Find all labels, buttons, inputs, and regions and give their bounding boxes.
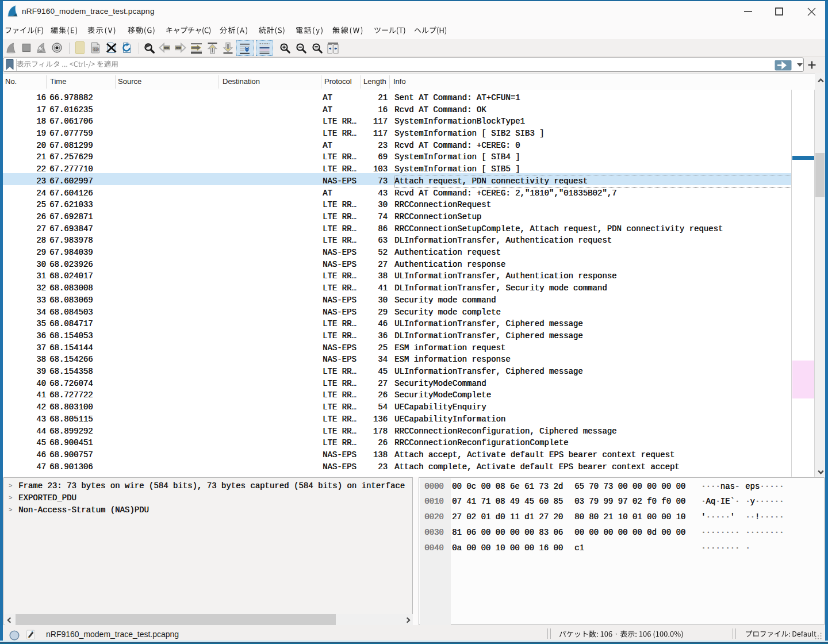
- svg-text:010: 010: [93, 48, 99, 52]
